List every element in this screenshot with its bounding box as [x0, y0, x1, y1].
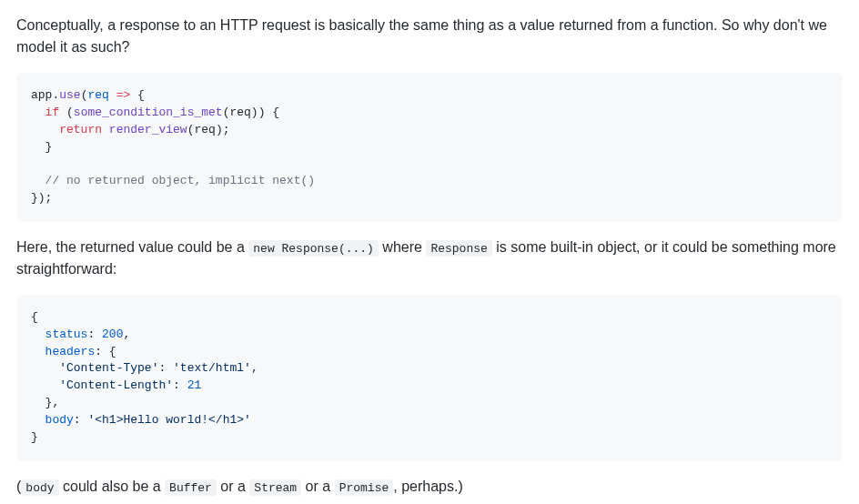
inline-code-body: body [21, 479, 58, 496]
code-text: , [251, 361, 258, 375]
text: , perhaps.) [393, 479, 462, 494]
text: or a [217, 479, 249, 494]
text: could also be a [59, 479, 166, 494]
code-prop: body [45, 413, 74, 427]
footnote-paragraph: (body could also be a Buffer or a Stream… [16, 476, 843, 498]
code-number: 200 [102, 328, 123, 341]
code-text [31, 345, 45, 358]
code-string: '<h1>Hello world!</h1>' [87, 413, 250, 427]
text: where [379, 239, 426, 255]
code-text: : { [95, 345, 116, 358]
code-keyword: if [45, 106, 60, 119]
code-text [31, 361, 59, 375]
code-string: 'Content-Length' [59, 378, 173, 392]
inline-code-response: Response [426, 240, 491, 257]
code-keyword: return [59, 123, 102, 136]
explanation-paragraph: Here, the returned value could be a new … [16, 237, 843, 280]
code-text: , [123, 328, 130, 341]
code-text: }, [31, 396, 59, 409]
code-text: ( [59, 106, 74, 119]
code-text [31, 413, 45, 427]
text: Here, the returned value could be a [16, 239, 248, 255]
code-text: app. [31, 88, 59, 102]
code-text: { [31, 310, 38, 324]
code-text [102, 123, 109, 136]
inline-code-new-response: new Response(...) [248, 240, 379, 257]
code-keyword: => [116, 88, 131, 102]
code-text: : [74, 413, 88, 427]
code-text: (req)) { [223, 106, 279, 119]
code-fn: render_view [109, 123, 187, 136]
code-string: 'Content-Type' [59, 361, 158, 375]
code-text [31, 378, 59, 392]
code-number: 21 [187, 378, 202, 392]
code-prop: status [45, 328, 88, 341]
code-text: : [158, 361, 173, 375]
code-text: : [173, 378, 187, 392]
intro-paragraph: Conceptually, a response to an HTTP requ… [16, 15, 843, 58]
code-param: req [87, 88, 108, 102]
code-text: } [31, 140, 52, 154]
code-text [31, 123, 59, 136]
text: or a [301, 479, 334, 494]
inline-code-buffer: Buffer [165, 479, 217, 496]
code-fn: use [59, 88, 80, 102]
code-comment: // no returned object, implicit next() [45, 174, 315, 187]
inline-code-promise: Promise [335, 479, 394, 496]
inline-code-stream: Stream [249, 479, 301, 496]
code-string: 'text/html' [173, 361, 251, 375]
code-prop: headers [45, 345, 96, 358]
code-text: { [130, 88, 145, 102]
code-text [31, 106, 45, 119]
code-text [31, 328, 45, 341]
code-block-object: { status: 200, headers: { 'Content-Type'… [16, 295, 843, 461]
code-text: : [87, 328, 102, 341]
code-block-middleware: app.use(req => { if (some_condition_is_m… [16, 73, 843, 222]
code-fn: some_condition_is_met [74, 106, 223, 119]
code-text: }); [31, 191, 52, 205]
code-text: } [31, 430, 38, 444]
code-text [31, 174, 45, 187]
code-text [109, 88, 116, 102]
code-text: (req); [187, 123, 230, 136]
